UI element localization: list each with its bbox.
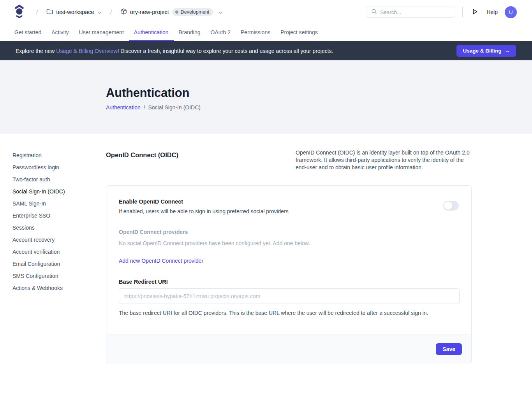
sidebar-item-enterprise-sso[interactable]: Enterprise SSO xyxy=(12,209,106,221)
usage-billing-button[interactable]: Usage & Billing → xyxy=(456,45,516,57)
sidebar-item-social-sign-in[interactable]: Social Sign-In (OIDC) xyxy=(12,185,106,197)
avatar[interactable]: U xyxy=(505,6,517,18)
banner-usage-billing-link[interactable]: Usage & Billing Overview xyxy=(56,48,117,54)
section-title: OpenID Connect (OIDC) xyxy=(106,149,178,159)
card-footer: Save xyxy=(106,334,471,364)
main-panel: OpenID Connect (OIDC) OpenID Connect (OI… xyxy=(106,149,472,364)
enable-oidc-row: Enable OpenID Connect If enabled, users … xyxy=(119,198,459,214)
oidc-settings-card: Enable OpenID Connect If enabled, users … xyxy=(106,185,472,364)
providers-empty-text: No social OpenID Connect providers have … xyxy=(119,240,459,246)
environment-dot-icon xyxy=(175,11,178,14)
settings-sidebar: Registration Passwordless login Two-fact… xyxy=(0,149,106,364)
content-area: Registration Passwordless login Two-fact… xyxy=(0,134,532,364)
breadcrumb-separator: / xyxy=(33,9,41,16)
sidebar-item-passwordless-login[interactable]: Passwordless login xyxy=(12,161,106,173)
banner-text-suffix: ! Discover a fresh, insightful way to ex… xyxy=(117,48,333,54)
base-redirect-uri-helper: The base redirect URI for all OIDC provi… xyxy=(119,310,459,316)
page-title: Authentication xyxy=(106,86,532,100)
breadcrumb-authentication-link[interactable]: Authentication xyxy=(106,104,141,111)
providers-label: OpenID Connect providers xyxy=(119,229,459,235)
breadcrumb-separator: / xyxy=(107,9,115,16)
ory-logo[interactable] xyxy=(14,4,25,20)
playground-button[interactable] xyxy=(470,7,479,18)
tab-authentication[interactable]: Authentication xyxy=(129,24,174,41)
search-icon xyxy=(371,9,377,16)
sidebar-item-account-recovery[interactable]: Account recovery xyxy=(12,234,106,246)
enable-oidc-label: Enable OpenID Connect xyxy=(119,198,289,205)
sidebar-item-email-configuration[interactable]: Email Configuration xyxy=(12,258,106,270)
sidebar-item-registration[interactable]: Registration xyxy=(12,149,106,161)
environment-badge: Development xyxy=(172,8,213,16)
sidebar-item-saml-sign-in[interactable]: SAML Sign-In xyxy=(12,197,106,209)
workspace-name: test-workspace xyxy=(56,9,94,15)
folder-icon xyxy=(46,9,53,16)
project-name: ory-new-project xyxy=(130,9,169,15)
breadcrumb: Authentication / Social Sign-In (OIDC) xyxy=(106,104,532,111)
tab-user-management[interactable]: User management xyxy=(74,24,129,41)
tab-get-started[interactable]: Get started xyxy=(9,24,46,41)
project-nav: Get started Activity User management Aut… xyxy=(0,24,532,41)
package-icon xyxy=(120,8,127,16)
sidebar-item-actions-webhooks[interactable]: Actions & Webhooks xyxy=(12,282,106,294)
sidebar-item-account-verification[interactable]: Account verification xyxy=(12,246,106,258)
banner-text: Explore the new Usage & Billing Overview… xyxy=(16,48,333,54)
tab-project-settings[interactable]: Project settings xyxy=(275,24,323,41)
sidebar-item-two-factor-auth[interactable]: Two-factor auth xyxy=(12,173,106,185)
announcement-banner: Explore the new Usage & Billing Overview… xyxy=(0,41,532,60)
tab-branding[interactable]: Branding xyxy=(174,24,206,41)
enable-oidc-description: If enabled, users will be able to sign i… xyxy=(119,208,289,214)
play-icon xyxy=(472,9,478,16)
tab-permissions[interactable]: Permissions xyxy=(236,24,275,41)
save-button[interactable]: Save xyxy=(436,343,462,355)
top-header: / test-workspace / ory-new- xyxy=(0,0,532,24)
section-description: OpenID Connect (OIDC) is an identity lay… xyxy=(296,149,472,171)
page-hero: Authentication Authentication / Social S… xyxy=(0,60,532,134)
project-selector[interactable]: ory-new-project Development xyxy=(120,8,223,16)
search-input[interactable] xyxy=(380,9,451,15)
environment-label: Development xyxy=(181,9,210,15)
toggle-knob xyxy=(444,202,452,210)
tab-activity[interactable]: Activity xyxy=(46,24,74,41)
sidebar-item-sms-configuration[interactable]: SMS Configuration xyxy=(12,270,106,282)
usage-billing-button-label: Usage & Billing xyxy=(463,48,501,54)
chevron-down-icon xyxy=(97,9,102,15)
sidebar-item-sessions[interactable]: Sessions xyxy=(12,221,106,234)
add-provider-link[interactable]: Add new OpenID Connect provider xyxy=(119,258,203,264)
breadcrumb-current: Social Sign-In (OIDC) xyxy=(148,104,201,111)
base-redirect-uri-label: Base Redirect URI xyxy=(119,279,459,285)
search-box[interactable] xyxy=(367,7,455,18)
ory-logo-icon xyxy=(14,4,25,20)
banner-text-prefix: Explore the new xyxy=(16,48,56,54)
section-header: OpenID Connect (OIDC) OpenID Connect (OI… xyxy=(106,149,472,171)
workspace-selector[interactable]: test-workspace xyxy=(46,9,102,16)
tab-oauth2[interactable]: OAuth 2 xyxy=(206,24,236,41)
help-link[interactable]: Help xyxy=(486,9,498,15)
chevron-down-icon xyxy=(218,9,223,15)
arrow-right-icon: → xyxy=(505,48,510,54)
base-redirect-uri-input[interactable] xyxy=(119,288,460,304)
enable-oidc-toggle[interactable] xyxy=(443,201,459,211)
header-divider xyxy=(462,7,463,17)
breadcrumb-separator: / xyxy=(142,104,147,111)
